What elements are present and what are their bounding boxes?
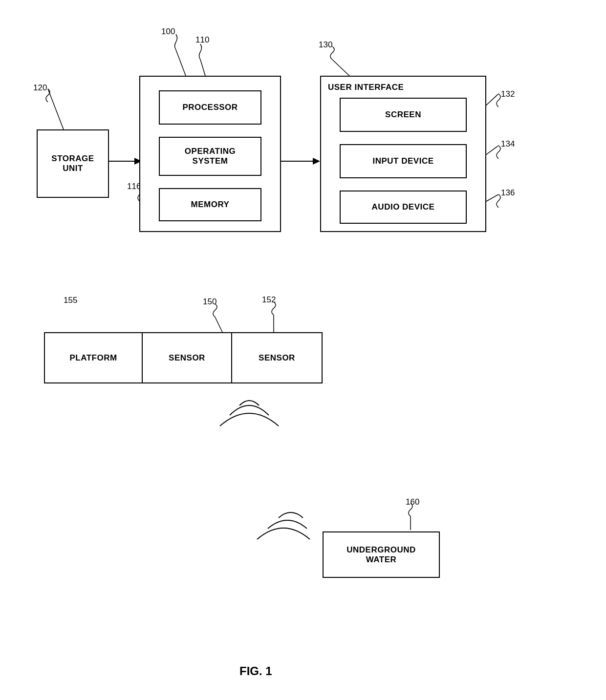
sensor2-label: SENSOR — [259, 353, 295, 363]
audio-device-box: AUDIO DEVICE — [340, 191, 467, 224]
underground-water-label: UNDERGROUNDWATER — [346, 545, 416, 565]
svg-marker-4 — [313, 158, 320, 165]
platform-sensors-box: PLATFORM SENSOR SENSOR — [44, 332, 323, 383]
ref-152: 152 — [262, 295, 276, 305]
storage-unit-label: STORAGEUNIT — [51, 154, 94, 173]
ref-150: 150 — [203, 297, 216, 307]
sensor2-box: SENSOR — [232, 333, 322, 382]
platform-label: PLATFORM — [69, 353, 117, 363]
diagram-container: 100 110 120 STORAGEUNIT 112 114 116 PROC… — [0, 0, 606, 700]
ref-100: 100 — [161, 27, 175, 37]
input-device-label: INPUT DEVICE — [372, 156, 433, 166]
audio-device-label: AUDIO DEVICE — [372, 202, 435, 212]
sensor1-label: SENSOR — [169, 353, 205, 363]
underground-water-box: UNDERGROUNDWATER — [323, 531, 440, 578]
memory-label: MEMORY — [191, 200, 230, 210]
platform-box: PLATFORM — [45, 333, 143, 382]
input-device-box: INPUT DEVICE — [340, 144, 467, 178]
ref-160: 160 — [406, 497, 419, 507]
svg-line-5 — [176, 50, 186, 76]
svg-line-6 — [200, 60, 205, 76]
ref-155: 155 — [64, 296, 77, 305]
user-interface-label: USER INTERFACE — [328, 83, 404, 92]
storage-unit-box: STORAGEUNIT — [37, 129, 109, 198]
ref-110: 110 — [195, 35, 209, 45]
ref-134: 134 — [501, 139, 515, 149]
svg-line-10 — [48, 89, 64, 129]
screen-box: SCREEN — [340, 98, 467, 132]
ref-132: 132 — [501, 89, 515, 99]
ref-130: 130 — [319, 40, 332, 50]
screen-label: SCREEN — [385, 110, 421, 120]
sensor1-box: SENSOR — [143, 333, 232, 382]
memory-box: MEMORY — [159, 188, 261, 221]
operating-system-label: OPERATINGSYSTEM — [185, 147, 236, 166]
processor-label: PROCESSOR — [182, 103, 238, 112]
figure-label: FIG. 1 — [239, 664, 272, 678]
operating-system-box: OPERATINGSYSTEM — [159, 137, 261, 176]
processor-box: PROCESSOR — [159, 90, 261, 125]
ref-120: 120 — [33, 83, 47, 93]
ref-136: 136 — [501, 188, 515, 198]
svg-line-15 — [215, 317, 222, 332]
